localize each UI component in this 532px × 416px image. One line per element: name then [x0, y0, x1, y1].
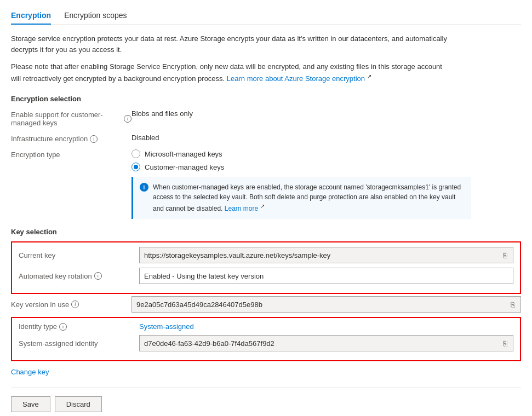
key-version-row: Key version in use i 9e2a05c7d63a45d49ca… — [11, 296, 521, 313]
tab-encryption-scopes[interactable]: Encryption scopes — [64, 7, 127, 24]
external-link-icon: ↗ — [367, 73, 371, 79]
infrastructure-info-icon[interactable]: i — [90, 135, 98, 143]
enable-support-label: Enable support for customer-managed keys… — [11, 109, 131, 127]
encryption-type-row: Encryption type Microsoft-managed keys C… — [11, 149, 521, 219]
current-key-row: Current key https://storagekeysamples.va… — [19, 247, 513, 263]
radio-label-microsoft: Microsoft-managed keys — [145, 150, 222, 158]
automated-key-rotation-value: Enabled - Using the latest key version — [139, 268, 513, 284]
system-assigned-copy-button[interactable]: ⎘ — [502, 339, 508, 348]
automated-rotation-info-icon[interactable]: i — [94, 272, 102, 280]
footer-buttons: Save Discard — [11, 396, 521, 412]
description-line1: Storage service encryption protects your… — [11, 33, 521, 55]
system-assigned-identity-row: System-assigned identity d7e0de46-fa63-4… — [19, 335, 513, 351]
encryption-type-options: Microsoft-managed keys Customer-managed … — [131, 149, 521, 219]
identity-type-row: Identity type i System-assigned — [19, 322, 513, 331]
radio-dot-customer — [134, 165, 138, 169]
tab-encryption[interactable]: Encryption — [11, 7, 51, 24]
key-selection-group1: Current key https://storagekeysamples.va… — [11, 241, 521, 294]
tab-bar: Encryption Encryption scopes — [11, 7, 521, 25]
discard-button[interactable]: Discard — [55, 396, 102, 412]
customer-managed-info-box: i When customer-managed keys are enabled… — [131, 177, 471, 219]
infrastructure-encryption-value: Disabled — [131, 134, 521, 142]
infrastructure-encryption-label: Infrastructure encryption i — [11, 134, 131, 143]
info-external-icon: ↗ — [260, 203, 265, 209]
info-circle-icon: i — [140, 183, 148, 192]
enable-support-value: Blobs and files only — [131, 109, 521, 118]
encryption-selection-title: Encryption selection — [11, 95, 521, 103]
radio-circle-microsoft — [131, 149, 140, 158]
identity-group: Identity type i System-assigned System-a… — [11, 317, 521, 361]
save-button[interactable]: Save — [11, 396, 50, 412]
system-assigned-identity-value: d7e0de46-fa63-42d9-b6a0-7f4da567f9d2 ⎘ — [139, 335, 513, 351]
current-key-label: Current key — [19, 251, 139, 259]
key-version-copy-button[interactable]: ⎘ — [510, 301, 516, 309]
enable-support-row: Enable support for customer-managed keys… — [11, 109, 521, 127]
learn-more-link[interactable]: Learn more about Azure Storage encryptio… — [227, 74, 365, 83]
key-selection-title: Key selection — [11, 228, 521, 236]
change-key-link[interactable]: Change key — [11, 368, 49, 376]
key-version-value: 9e2a05c7d63a45d49ca2846407d5e98b ⎘ — [131, 296, 521, 313]
identity-type-info-icon[interactable]: i — [59, 323, 67, 331]
description-note: Please note that after enabling Storage … — [11, 61, 521, 84]
current-key-copy-button[interactable]: ⎘ — [502, 251, 508, 259]
footer-divider — [11, 387, 521, 388]
key-version-label: Key version in use i — [11, 301, 131, 309]
infrastructure-encryption-row: Infrastructure encryption i Disabled — [11, 134, 521, 143]
radio-circle-customer — [131, 163, 140, 171]
encryption-type-label: Encryption type — [11, 149, 131, 159]
identity-type-label: Identity type i — [19, 322, 139, 331]
automated-key-rotation-label: Automated key rotation i — [19, 272, 139, 280]
radio-microsoft-managed[interactable]: Microsoft-managed keys — [131, 149, 521, 158]
current-key-value: https://storagekeysamples.vault.azure.ne… — [139, 247, 513, 263]
enable-support-info-icon[interactable]: i — [124, 115, 131, 123]
radio-customer-managed[interactable]: Customer-managed keys — [131, 163, 521, 171]
info-learn-more-link[interactable]: Learn more — [225, 205, 258, 212]
identity-type-value: System-assigned — [139, 322, 513, 331]
radio-label-customer: Customer-managed keys — [145, 163, 224, 171]
automated-key-rotation-row: Automated key rotation i Enabled - Using… — [19, 268, 513, 284]
key-version-info-icon[interactable]: i — [71, 301, 79, 308]
system-assigned-identity-label: System-assigned identity — [19, 339, 139, 348]
info-box-text: When customer-managed keys are enabled, … — [153, 182, 465, 213]
